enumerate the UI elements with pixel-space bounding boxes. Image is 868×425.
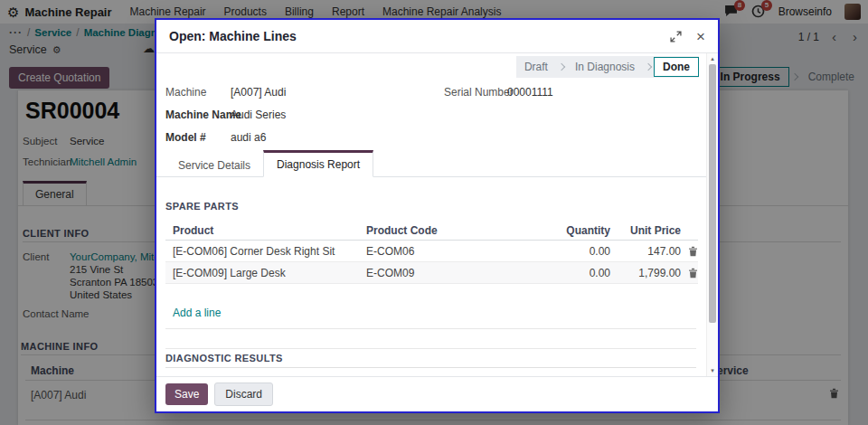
delete-row-icon[interactable] bbox=[688, 268, 698, 279]
machine-label: Machine bbox=[165, 86, 206, 99]
machine-lines-modal: Open: Machine Lines × Draft In Diagnosis… bbox=[155, 18, 720, 413]
machine-value-link[interactable]: [A007] Audi bbox=[231, 86, 286, 99]
spare-parts-table: Product Product Code Quantity Unit Price… bbox=[165, 221, 698, 284]
model-label: Model # bbox=[165, 131, 206, 144]
modal-header: Open: Machine Lines × bbox=[156, 20, 718, 53]
diagnostic-results-title: DIAGNOSTIC RESULTS bbox=[165, 353, 283, 364]
col-quantity[interactable]: Quantity bbox=[533, 224, 610, 237]
cell-unit-price[interactable]: 1,799.00 bbox=[610, 267, 681, 279]
tab-diagnosis-report[interactable]: Diagnosis Report bbox=[263, 150, 373, 177]
cell-quantity[interactable]: 0.00 bbox=[533, 267, 610, 279]
spare-parts-header-row: Product Product Code Quantity Unit Price bbox=[165, 221, 698, 241]
table-row[interactable]: [E-COM09] Large Desk E-COM09 0.00 1,799.… bbox=[165, 262, 698, 284]
tab-service-details[interactable]: Service Details bbox=[165, 154, 263, 177]
table-bottom-divider bbox=[165, 328, 696, 329]
scroll-down-icon[interactable]: ▾ bbox=[707, 367, 718, 374]
modal-tabs: Service Details Diagnosis Report bbox=[156, 153, 706, 177]
save-button[interactable]: Save bbox=[165, 383, 208, 405]
viewport: ⚙ Machine Repair Machine Repair Products… bbox=[0, 0, 868, 425]
close-icon[interactable]: × bbox=[696, 29, 705, 44]
serial-number-value[interactable]: 00001111 bbox=[507, 86, 553, 99]
col-product-code[interactable]: Product Code bbox=[366, 224, 533, 237]
modal-status-in-diagnosis[interactable]: In Diagnosis bbox=[567, 58, 643, 76]
cell-product[interactable]: [E-COM09] Large Desk bbox=[165, 267, 366, 279]
cell-product[interactable]: [E-COM06] Corner Desk Right Sit bbox=[165, 245, 366, 258]
serial-number-label: Serial Number bbox=[444, 86, 514, 99]
divider bbox=[165, 367, 696, 368]
delete-row-icon[interactable] bbox=[688, 246, 698, 257]
machine-name-value[interactable]: Audi Series bbox=[231, 109, 286, 121]
discard-button[interactable]: Discard bbox=[214, 382, 273, 406]
col-unit-price[interactable]: Unit Price bbox=[610, 224, 681, 237]
divider bbox=[165, 348, 696, 349]
modal-title: Open: Machine Lines bbox=[169, 29, 297, 43]
add-a-line-link[interactable]: Add a line bbox=[173, 307, 221, 319]
table-row[interactable]: [E-COM06] Corner Desk Right Sit E-COM06 … bbox=[165, 241, 698, 262]
col-product[interactable]: Product bbox=[165, 224, 366, 237]
expand-icon[interactable] bbox=[670, 31, 682, 42]
modal-status-draft[interactable]: Draft bbox=[516, 58, 556, 76]
modal-statusbar: Draft In Diagnosis Done bbox=[516, 56, 699, 78]
cell-quantity[interactable]: 0.00 bbox=[533, 245, 610, 258]
modal-footer: Save Discard bbox=[156, 376, 718, 411]
model-value[interactable]: audi a6 bbox=[231, 131, 266, 144]
cell-product-code[interactable]: E-COM06 bbox=[366, 245, 533, 258]
spare-parts-title: SPARE PARTS bbox=[165, 201, 239, 212]
cell-unit-price[interactable]: 147.00 bbox=[610, 245, 681, 258]
statusbar-chevron-icon bbox=[558, 63, 565, 71]
scrollbar-thumb[interactable] bbox=[709, 64, 716, 323]
statusbar-chevron-icon bbox=[645, 63, 652, 71]
cell-product-code[interactable]: E-COM09 bbox=[366, 267, 533, 279]
scroll-up-icon[interactable]: ▴ bbox=[707, 55, 718, 62]
modal-status-done[interactable]: Done bbox=[654, 57, 699, 77]
modal-scrollbar[interactable]: ▴ ▾ bbox=[706, 53, 718, 376]
modal-header-icons: × bbox=[670, 29, 705, 44]
